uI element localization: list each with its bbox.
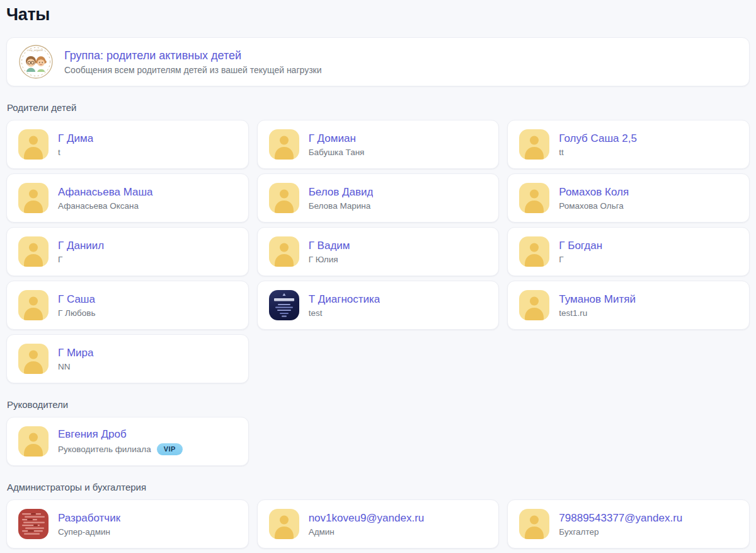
- person-avatar-icon: [18, 426, 49, 457]
- chat-card[interactable]: РазработчикСупер-админ: [6, 499, 249, 549]
- person-avatar-icon: [519, 236, 549, 267]
- chat-subtitle: test1.ru: [559, 308, 587, 318]
- chat-name[interactable]: Ромахов Коля: [559, 185, 629, 199]
- chat-card[interactable]: Г ДаниилГ: [6, 227, 249, 276]
- vip-badge: VIP: [157, 443, 183, 455]
- chat-grid: Г Димаt Г ДомианБабушка Таня Голуб Саша …: [6, 120, 750, 383]
- chat-name[interactable]: Г Даниил: [58, 239, 104, 252]
- chat-name[interactable]: Голуб Саша 2,5: [559, 132, 637, 145]
- section-label: Администраторы и бухгалтерия: [7, 482, 750, 492]
- chat-name[interactable]: Г Домиан: [309, 132, 365, 145]
- chat-name[interactable]: 79889543377@yandex.ru: [559, 511, 682, 525]
- chat-subtitle: t: [58, 148, 60, 157]
- chat-subtitle: tt: [559, 148, 564, 157]
- page-title: Чаты: [6, 5, 750, 25]
- chat-card[interactable]: Г БогданГ: [507, 227, 750, 276]
- chat-name[interactable]: Евгения Дроб: [58, 428, 183, 441]
- person-avatar-icon: [519, 509, 549, 539]
- chat-card[interactable]: 79889543377@yandex.ruБухгалтер: [507, 499, 750, 549]
- group-chat-subtitle: Сообщения всем родителям детей из вашей …: [64, 65, 322, 75]
- chat-card[interactable]: Афанасьева МашаАфанасьева Оксана: [6, 173, 249, 223]
- person-avatar-icon: [18, 290, 49, 320]
- person-avatar-icon: [269, 509, 299, 539]
- section-label: Руководители: [7, 399, 750, 410]
- person-avatar-icon: [18, 344, 49, 374]
- section-label: Родители детей: [7, 102, 750, 113]
- chat-name[interactable]: Белов Давид: [309, 185, 374, 199]
- chat-name[interactable]: nov1koveu9@yandex.ru: [309, 511, 425, 525]
- chat-subtitle: Г Любовь: [58, 308, 96, 318]
- group-chat-banner[interactable]: my_organic Груп: [6, 37, 750, 86]
- chat-name[interactable]: Разработчик: [58, 511, 120, 525]
- chat-name[interactable]: Г Саша: [58, 293, 96, 306]
- person-avatar-icon: [18, 183, 49, 213]
- chat-grid: Евгения ДробРуководитель филиалаVIP: [6, 417, 750, 466]
- chat-subtitle: Руководитель филиала: [58, 445, 151, 454]
- chat-name[interactable]: Г Мира: [58, 346, 94, 359]
- svg-text:my_organic: my_organic: [28, 49, 43, 52]
- chat-subtitle: Г: [58, 255, 62, 264]
- chat-name[interactable]: Г Богдан: [559, 239, 602, 252]
- chat-name[interactable]: Афанасьева Маша: [58, 185, 153, 199]
- chat-subtitle: Г: [559, 255, 563, 264]
- person-avatar-icon: [269, 236, 299, 267]
- chat-subtitle: test: [309, 308, 323, 318]
- chat-subtitle: Супер-админ: [58, 527, 110, 537]
- chat-card[interactable]: Т Диагностикаtest: [257, 281, 500, 330]
- certificate-avatar-icon: [269, 290, 299, 320]
- kids-logo-icon: my_organic: [18, 44, 54, 79]
- chat-name[interactable]: Туманов Митяй: [559, 293, 636, 306]
- chat-name[interactable]: Г Дима: [58, 132, 93, 145]
- chat-subtitle: Бухгалтер: [559, 527, 598, 537]
- chat-name[interactable]: Т Диагностика: [309, 293, 381, 306]
- chat-subtitle: Админ: [309, 527, 335, 537]
- person-avatar-icon: [269, 129, 299, 160]
- chat-name[interactable]: Г Вадим: [309, 239, 350, 252]
- person-avatar-icon: [519, 129, 549, 160]
- chat-card[interactable]: Туманов Митяйtest1.ru: [507, 281, 750, 330]
- chat-subtitle: NN: [58, 362, 71, 371]
- chat-subtitle: Г Юлия: [309, 255, 338, 264]
- chat-card[interactable]: Голуб Саша 2,5tt: [507, 120, 750, 169]
- chat-subtitle: Афанасьева Оксана: [58, 201, 139, 211]
- chat-subtitle: Ромахова Ольга: [559, 201, 624, 211]
- chat-subtitle: Белова Марина: [309, 201, 371, 211]
- chat-subtitle: Бабушка Таня: [309, 148, 365, 157]
- person-avatar-icon: [519, 290, 549, 320]
- code-avatar-icon: [18, 509, 49, 539]
- person-avatar-icon: [519, 183, 549, 213]
- chat-card[interactable]: Ромахов КоляРомахова Ольга: [507, 173, 750, 223]
- chat-grid: РазработчикСупер-админ nov1koveu9@yandex…: [6, 499, 750, 549]
- person-avatar-icon: [269, 183, 299, 213]
- group-chat-title[interactable]: Группа: родители активных детей: [64, 49, 322, 63]
- chats-page: Чаты my_organic: [0, 0, 756, 553]
- chat-card[interactable]: Г СашаГ Любовь: [6, 281, 249, 330]
- chat-card[interactable]: Г Димаt: [6, 120, 249, 169]
- person-avatar-icon: [18, 129, 49, 160]
- chat-card[interactable]: nov1koveu9@yandex.ruАдмин: [257, 499, 500, 549]
- person-avatar-icon: [18, 236, 49, 267]
- chat-card[interactable]: Г ДомианБабушка Таня: [257, 120, 500, 169]
- chat-card[interactable]: Г МираNN: [6, 334, 249, 383]
- chat-card[interactable]: Белов ДавидБелова Марина: [257, 173, 500, 223]
- chat-sections: Родители детей Г Димаt Г ДомианБабушка Т…: [6, 102, 750, 549]
- chat-card[interactable]: Евгения ДробРуководитель филиалаVIP: [6, 417, 249, 466]
- chat-card[interactable]: Г ВадимГ Юлия: [257, 227, 500, 276]
